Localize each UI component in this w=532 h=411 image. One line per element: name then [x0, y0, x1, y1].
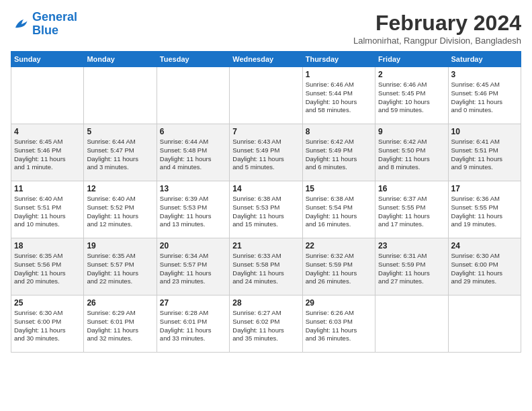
calendar-cell: 27Sunrise: 6:28 AM Sunset: 6:01 PM Dayli…: [157, 295, 229, 353]
calendar-cell: 15Sunrise: 6:38 AM Sunset: 5:54 PM Dayli…: [302, 181, 375, 238]
day-number: 24: [451, 241, 518, 250]
month-title: February 2024: [353, 11, 521, 36]
calendar-cell: 3Sunrise: 6:45 AM Sunset: 5:46 PM Daylig…: [448, 67, 521, 124]
day-info: Sunrise: 6:43 AM Sunset: 5:49 PM Dayligh…: [232, 138, 299, 172]
day-number: 11: [14, 184, 81, 193]
day-number: 12: [87, 184, 153, 193]
day-number: 3: [451, 70, 518, 79]
calendar-cell: 13Sunrise: 6:39 AM Sunset: 5:53 PM Dayli…: [157, 181, 229, 238]
day-number: 20: [160, 241, 226, 250]
calendar-cell: 11Sunrise: 6:40 AM Sunset: 5:51 PM Dayli…: [11, 181, 84, 238]
day-number: 16: [378, 184, 445, 193]
day-info: Sunrise: 6:46 AM Sunset: 5:45 PM Dayligh…: [378, 81, 445, 115]
day-info: Sunrise: 6:46 AM Sunset: 5:44 PM Dayligh…: [306, 81, 372, 115]
calendar-cell: 28Sunrise: 6:27 AM Sunset: 6:02 PM Dayli…: [230, 295, 302, 353]
calendar-cell: [230, 67, 302, 124]
calendar-cell: 17Sunrise: 6:36 AM Sunset: 5:55 PM Dayli…: [448, 181, 521, 238]
calendar-cell: 29Sunrise: 6:26 AM Sunset: 6:03 PM Dayli…: [302, 295, 375, 353]
day-info: Sunrise: 6:40 AM Sunset: 5:52 PM Dayligh…: [87, 195, 153, 229]
day-number: 9: [378, 127, 445, 136]
day-info: Sunrise: 6:30 AM Sunset: 6:00 PM Dayligh…: [451, 252, 518, 286]
day-info: Sunrise: 6:33 AM Sunset: 5:58 PM Dayligh…: [232, 252, 299, 286]
calendar-cell: 7Sunrise: 6:43 AM Sunset: 5:49 PM Daylig…: [230, 124, 302, 181]
calendar-cell: 10Sunrise: 6:41 AM Sunset: 5:51 PM Dayli…: [448, 124, 521, 181]
day-info: Sunrise: 6:29 AM Sunset: 6:01 PM Dayligh…: [87, 309, 153, 343]
logo-blue: Blue: [32, 24, 77, 38]
calendar-cell: 22Sunrise: 6:32 AM Sunset: 5:59 PM Dayli…: [302, 238, 375, 295]
day-info: Sunrise: 6:27 AM Sunset: 6:02 PM Dayligh…: [232, 309, 299, 343]
weekday-row: SundayMondayTuesdayWednesdayThursdayFrid…: [11, 52, 521, 67]
calendar-cell: [11, 67, 84, 124]
calendar-cell: 6Sunrise: 6:44 AM Sunset: 5:48 PM Daylig…: [157, 124, 229, 181]
day-info: Sunrise: 6:35 AM Sunset: 5:56 PM Dayligh…: [14, 252, 81, 286]
day-number: 18: [14, 241, 81, 250]
day-number: 1: [306, 70, 372, 79]
day-number: 5: [87, 127, 153, 136]
calendar-cell: 4Sunrise: 6:45 AM Sunset: 5:46 PM Daylig…: [11, 124, 84, 181]
day-number: 29: [306, 298, 372, 308]
day-number: 17: [451, 184, 518, 193]
weekday-header-tuesday: Tuesday: [157, 52, 229, 67]
day-number: 4: [14, 127, 81, 136]
calendar-header: SundayMondayTuesdayWednesdayThursdayFrid…: [11, 52, 521, 67]
logo: General Blue: [11, 11, 77, 38]
calendar-cell: 12Sunrise: 6:40 AM Sunset: 5:52 PM Dayli…: [84, 181, 157, 238]
calendar-cell: [84, 67, 157, 124]
day-number: 23: [378, 241, 445, 250]
calendar-cell: 1Sunrise: 6:46 AM Sunset: 5:44 PM Daylig…: [302, 67, 375, 124]
day-info: Sunrise: 6:45 AM Sunset: 5:46 PM Dayligh…: [451, 81, 518, 115]
day-number: 26: [87, 298, 153, 308]
day-info: Sunrise: 6:45 AM Sunset: 5:46 PM Dayligh…: [14, 138, 81, 172]
calendar-cell: 18Sunrise: 6:35 AM Sunset: 5:56 PM Dayli…: [11, 238, 84, 295]
day-info: Sunrise: 6:44 AM Sunset: 5:47 PM Dayligh…: [87, 138, 153, 172]
day-info: Sunrise: 6:35 AM Sunset: 5:57 PM Dayligh…: [87, 252, 153, 286]
logo-general: General: [32, 11, 77, 24]
calendar-cell: 14Sunrise: 6:38 AM Sunset: 5:53 PM Dayli…: [230, 181, 302, 238]
weekday-header-wednesday: Wednesday: [230, 52, 302, 67]
day-info: Sunrise: 6:31 AM Sunset: 5:59 PM Dayligh…: [378, 252, 445, 286]
calendar-cell: 26Sunrise: 6:29 AM Sunset: 6:01 PM Dayli…: [84, 295, 157, 353]
calendar-cell: [375, 295, 448, 353]
location-subtitle: Lalmonirhat, Rangpur Division, Banglades…: [353, 36, 521, 46]
calendar-cell: 9Sunrise: 6:42 AM Sunset: 5:50 PM Daylig…: [375, 124, 448, 181]
calendar-cell: [448, 295, 521, 353]
day-info: Sunrise: 6:37 AM Sunset: 5:55 PM Dayligh…: [378, 195, 445, 229]
day-number: 15: [306, 184, 372, 193]
day-number: 25: [14, 298, 81, 308]
calendar-cell: 19Sunrise: 6:35 AM Sunset: 5:57 PM Dayli…: [84, 238, 157, 295]
weekday-header-sunday: Sunday: [11, 52, 84, 67]
calendar-cell: 5Sunrise: 6:44 AM Sunset: 5:47 PM Daylig…: [84, 124, 157, 181]
calendar-cell: 24Sunrise: 6:30 AM Sunset: 6:00 PM Dayli…: [448, 238, 521, 295]
calendar-cell: 25Sunrise: 6:30 AM Sunset: 6:00 PM Dayli…: [11, 295, 84, 353]
day-number: 7: [232, 127, 299, 136]
week-row-4: 18Sunrise: 6:35 AM Sunset: 5:56 PM Dayli…: [11, 238, 521, 295]
day-number: 27: [160, 298, 226, 308]
weekday-header-friday: Friday: [375, 52, 448, 67]
logo-icon: [11, 15, 30, 34]
calendar-cell: 23Sunrise: 6:31 AM Sunset: 5:59 PM Dayli…: [375, 238, 448, 295]
day-info: Sunrise: 6:38 AM Sunset: 5:53 PM Dayligh…: [232, 195, 299, 229]
calendar-cell: 16Sunrise: 6:37 AM Sunset: 5:55 PM Dayli…: [375, 181, 448, 238]
day-number: 13: [160, 184, 226, 193]
day-info: Sunrise: 6:34 AM Sunset: 5:57 PM Dayligh…: [160, 252, 226, 286]
day-number: 22: [306, 241, 372, 250]
calendar-body: 1Sunrise: 6:46 AM Sunset: 5:44 PM Daylig…: [11, 67, 521, 353]
page-header: General Blue February 2024 Lalmonirhat, …: [11, 11, 521, 46]
day-number: 28: [232, 298, 299, 308]
day-info: Sunrise: 6:36 AM Sunset: 5:55 PM Dayligh…: [451, 195, 518, 229]
week-row-5: 25Sunrise: 6:30 AM Sunset: 6:00 PM Dayli…: [11, 295, 521, 353]
week-row-1: 1Sunrise: 6:46 AM Sunset: 5:44 PM Daylig…: [11, 67, 521, 124]
day-info: Sunrise: 6:40 AM Sunset: 5:51 PM Dayligh…: [14, 195, 81, 229]
day-info: Sunrise: 6:41 AM Sunset: 5:51 PM Dayligh…: [451, 138, 518, 172]
day-number: 2: [378, 70, 445, 79]
calendar-cell: [157, 67, 229, 124]
weekday-header-monday: Monday: [84, 52, 157, 67]
day-number: 14: [232, 184, 299, 193]
day-info: Sunrise: 6:30 AM Sunset: 6:00 PM Dayligh…: [14, 309, 81, 343]
day-info: Sunrise: 6:28 AM Sunset: 6:01 PM Dayligh…: [160, 309, 226, 343]
day-info: Sunrise: 6:42 AM Sunset: 5:49 PM Dayligh…: [306, 138, 372, 172]
day-info: Sunrise: 6:44 AM Sunset: 5:48 PM Dayligh…: [160, 138, 226, 172]
calendar-cell: 8Sunrise: 6:42 AM Sunset: 5:49 PM Daylig…: [302, 124, 375, 181]
day-number: 21: [232, 241, 299, 250]
week-row-3: 11Sunrise: 6:40 AM Sunset: 5:51 PM Dayli…: [11, 181, 521, 238]
